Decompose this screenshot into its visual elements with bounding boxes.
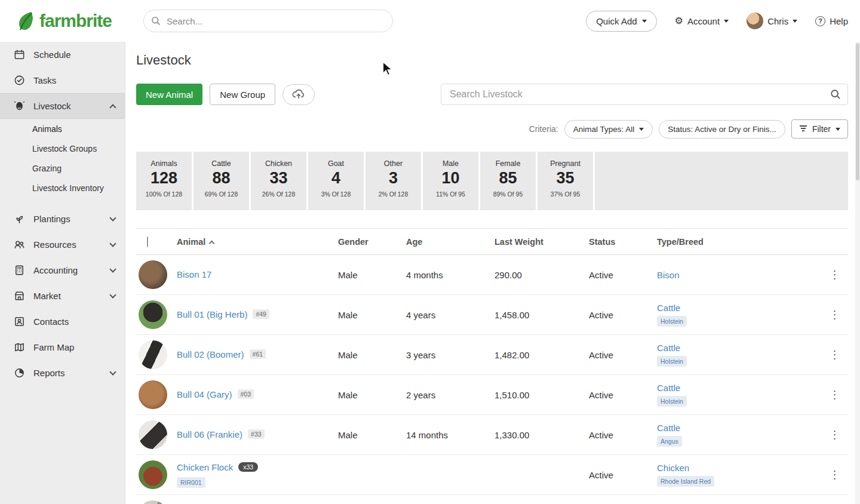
farmbrite-logo[interactable]: farmbrite bbox=[16, 10, 143, 32]
animal-avatar bbox=[139, 420, 167, 449]
status-badge: Active bbox=[589, 310, 657, 320]
people-icon bbox=[13, 239, 25, 250]
user-avatar bbox=[747, 13, 763, 29]
stat-other[interactable]: Other 3 2% Of 128 bbox=[366, 152, 423, 210]
sidebar-item-livestock-groups[interactable]: Livestock Groups bbox=[0, 139, 125, 158]
animal-link[interactable]: Bull 06 (Frankie) bbox=[177, 429, 242, 440]
gear-icon: ⚙ bbox=[675, 16, 683, 26]
sidebar-item-livestock[interactable]: Livestock bbox=[0, 93, 125, 119]
filter-button[interactable]: Filter bbox=[791, 119, 848, 139]
status-badge: Active bbox=[589, 350, 657, 360]
type-link[interactable]: Bison bbox=[657, 270, 680, 280]
chevron-down-icon bbox=[793, 20, 797, 23]
status-badge: Active bbox=[589, 430, 657, 440]
table-row[interactable]: Chicken Flockx33 RIR001 Active Chicken R… bbox=[136, 455, 848, 495]
sidebar-item-contacts[interactable]: Contacts bbox=[0, 309, 125, 334]
column-header-animal[interactable]: Animal bbox=[177, 237, 338, 247]
column-header-gender[interactable]: Gender bbox=[338, 237, 406, 247]
stat-goat[interactable]: Goat 4 3% Of 128 bbox=[308, 152, 366, 210]
count-badge: x33 bbox=[238, 462, 258, 472]
vertical-scrollbar[interactable] bbox=[855, 42, 860, 504]
livestock-search bbox=[441, 84, 848, 105]
animal-link[interactable]: Bull 02 (Boomer) bbox=[177, 349, 244, 359]
calculator-icon bbox=[13, 265, 25, 276]
sidebar-item-schedule[interactable]: Schedule bbox=[0, 42, 125, 67]
select-all-checkbox[interactable] bbox=[147, 236, 148, 247]
column-header-age[interactable]: Age bbox=[406, 237, 494, 247]
row-menu-button[interactable]: ⋮ bbox=[822, 349, 848, 360]
breed-badge: Angus bbox=[657, 436, 682, 447]
user-menu[interactable]: Chris bbox=[747, 13, 797, 29]
sidebar-item-livestock-inventory[interactable]: Livestock Inventory bbox=[0, 178, 125, 198]
status-badge: Active bbox=[589, 270, 657, 280]
sidebar-item-market[interactable]: Market bbox=[0, 283, 125, 309]
column-header-type-breed[interactable]: Type/Breed bbox=[657, 237, 822, 247]
animal-link[interactable]: Chicken Flock bbox=[177, 462, 233, 472]
table-row[interactable]: Cow 2#2 Female 4 years 1,208.00 Active C… bbox=[136, 495, 848, 504]
type-link[interactable]: Cattle bbox=[657, 383, 680, 393]
stat-pregnant[interactable]: Pregnant 35 37% Of 95 bbox=[538, 152, 595, 210]
sidebar-item-farm-map[interactable]: Farm Map bbox=[0, 334, 125, 360]
animal-types-filter[interactable]: Animal Types: All bbox=[564, 120, 653, 139]
tag-badge: RIR001 bbox=[177, 477, 205, 488]
chevron-down-icon bbox=[724, 20, 729, 23]
stat-cattle[interactable]: Cattle 88 69% Of 128 bbox=[194, 152, 251, 210]
map-icon bbox=[13, 342, 25, 353]
cloud-upload-icon bbox=[291, 88, 306, 102]
status-filter[interactable]: Status: Active or Dry or Finis... bbox=[659, 120, 785, 139]
column-header-last-weight[interactable]: Last Weight bbox=[494, 237, 589, 247]
type-link[interactable]: Cattle bbox=[657, 423, 680, 433]
row-menu-button[interactable]: ⋮ bbox=[822, 309, 848, 320]
plant-icon bbox=[13, 213, 25, 225]
sidebar: Schedule Tasks Livestock Animals Livesto… bbox=[0, 42, 125, 504]
scrollbar-thumb[interactable] bbox=[856, 43, 859, 180]
help-icon: ? bbox=[815, 16, 825, 26]
table-row[interactable]: Bull 01 (Big Herb)#49 Male 4 years 1,458… bbox=[136, 295, 848, 335]
livestock-table: Animal Gender Age Last Weight Status Typ… bbox=[136, 228, 848, 504]
chevron-up-icon bbox=[109, 104, 116, 110]
new-animal-button[interactable]: New Animal bbox=[136, 84, 202, 105]
table-header: Animal Gender Age Last Weight Status Typ… bbox=[136, 229, 848, 255]
sidebar-item-tasks[interactable]: Tasks bbox=[0, 67, 125, 93]
animal-avatar bbox=[139, 300, 167, 329]
row-menu-button[interactable]: ⋮ bbox=[822, 429, 848, 440]
animal-link[interactable]: Bull 01 (Big Herb) bbox=[177, 309, 247, 319]
sidebar-item-resources[interactable]: Resources bbox=[0, 232, 125, 257]
table-row[interactable]: Bull 06 (Frankie)#33 Male 14 months 1,33… bbox=[136, 415, 848, 455]
import-upload-button[interactable] bbox=[282, 84, 315, 105]
type-link[interactable]: Cattle bbox=[657, 343, 680, 353]
search-icon[interactable] bbox=[830, 89, 841, 102]
status-badge: Active bbox=[589, 470, 657, 480]
animal-link[interactable]: Bull 04 (Gary) bbox=[177, 389, 232, 399]
new-group-button[interactable]: New Group bbox=[210, 84, 275, 105]
search-icon bbox=[151, 16, 161, 28]
animal-link[interactable]: Bison 17 bbox=[177, 269, 211, 279]
row-menu-button[interactable]: ⋮ bbox=[822, 389, 848, 400]
stat-animals[interactable]: Animals 128 100% Of 128 bbox=[136, 152, 194, 210]
sidebar-item-grazing[interactable]: Grazing bbox=[0, 158, 125, 178]
table-row[interactable]: Bison 17 Male 4 months 290.00 Active Bis… bbox=[136, 255, 848, 295]
row-menu-button[interactable]: ⋮ bbox=[822, 469, 848, 480]
animal-avatar bbox=[139, 460, 167, 489]
column-header-status[interactable]: Status bbox=[589, 237, 657, 247]
stat-female[interactable]: Female 85 89% Of 95 bbox=[480, 152, 538, 210]
type-link[interactable]: Cattle bbox=[657, 303, 680, 313]
sidebar-item-animals[interactable]: Animals bbox=[0, 119, 125, 139]
sidebar-item-plantings[interactable]: Plantings bbox=[0, 206, 125, 232]
table-row[interactable]: Bull 04 (Gary)#03 Male 2 years 1,510.00 … bbox=[136, 375, 848, 415]
leaf-icon bbox=[16, 10, 36, 32]
sidebar-item-reports[interactable]: Reports bbox=[0, 360, 125, 386]
chevron-down-icon bbox=[109, 368, 116, 375]
livestock-search-input[interactable] bbox=[441, 84, 848, 105]
table-row[interactable]: Bull 02 (Boomer)#61 Male 3 years 1,482.0… bbox=[136, 335, 848, 375]
top-bar: farmbrite Quick Add ⚙ Account Chris ? He… bbox=[0, 0, 860, 42]
help-menu[interactable]: ? Help bbox=[815, 16, 848, 26]
stat-male[interactable]: Male 10 11% Of 95 bbox=[423, 152, 480, 210]
row-menu-button[interactable]: ⋮ bbox=[822, 269, 848, 280]
sidebar-item-accounting[interactable]: Accounting bbox=[0, 257, 125, 283]
account-menu[interactable]: ⚙ Account bbox=[675, 16, 729, 26]
type-link[interactable]: Chicken bbox=[657, 463, 689, 473]
global-search-input[interactable] bbox=[143, 10, 393, 32]
stat-chicken[interactable]: Chicken 33 26% Of 128 bbox=[251, 152, 308, 210]
quick-add-button[interactable]: Quick Add bbox=[586, 11, 656, 32]
